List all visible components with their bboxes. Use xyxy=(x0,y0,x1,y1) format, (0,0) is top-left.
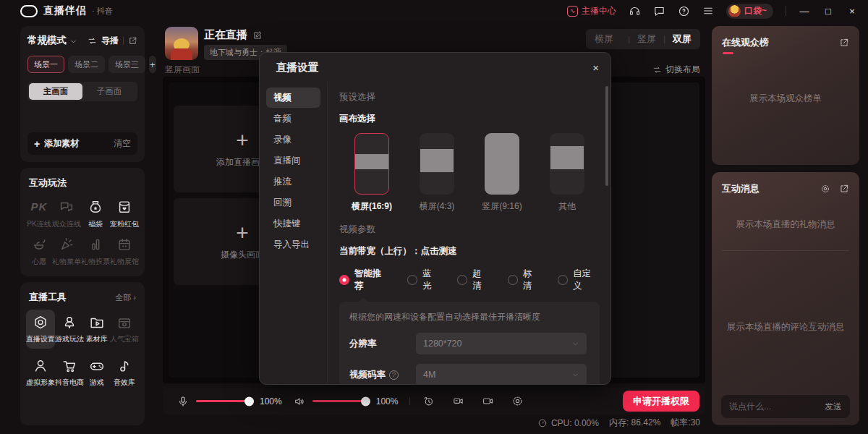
bitrate-dropdown[interactable]: 4M xyxy=(416,364,587,385)
tab-recording[interactable]: 录像 xyxy=(266,129,320,150)
canvas-option-4-3[interactable]: 横屏(4:3) xyxy=(404,133,469,213)
headset-icon[interactable] xyxy=(629,5,641,17)
camera-icon[interactable] xyxy=(482,395,494,407)
main-view-tab[interactable]: 主画面 xyxy=(29,83,82,100)
interact-item-gift-gallery[interactable]: 礼物展馆 xyxy=(110,237,139,267)
chat-bubble-icon[interactable] xyxy=(653,5,665,17)
interact-item-fan-redpacket[interactable]: 宠粉红包 xyxy=(110,199,139,229)
message-panel-title: 互动消息 xyxy=(722,182,760,195)
layout-switcher: 横屏 +| 竖屏 | 双屏 xyxy=(586,29,700,49)
menu-icon[interactable] xyxy=(702,5,714,17)
interact-item-audience-link[interactable]: 观众连线 xyxy=(52,199,81,229)
chat-input[interactable]: 说点什么... 发送 xyxy=(721,395,850,418)
add-material-row[interactable]: + 添加素材 清空 xyxy=(27,132,137,155)
interact-item-lucky-bag[interactable]: 福袋 xyxy=(81,199,110,229)
bottom-toolbar: 100% 100% 申请开播权限 xyxy=(163,388,705,414)
tab-import-export[interactable]: 导入导出 xyxy=(266,234,320,255)
tools-panel: 直播工具 全部 › 直播设置 游戏玩法 素材库 人气宝箱 虚拟形象 抖音电商 xyxy=(20,282,145,425)
mode-selector[interactable]: 常规模式 xyxy=(27,34,67,47)
tab-replay[interactable]: 回溯 xyxy=(266,192,320,213)
gear-icon[interactable] xyxy=(820,184,830,194)
tools-all-link[interactable]: 全部 › xyxy=(115,292,136,303)
tool-sound-library[interactable]: 音效库 xyxy=(110,353,139,392)
tool-game-play[interactable]: 游戏玩法 xyxy=(55,310,84,349)
mic-volume-slider[interactable] xyxy=(196,400,252,402)
canvas-option-other[interactable]: 其他 xyxy=(535,133,600,213)
layout-dual-tab[interactable]: 双屏 xyxy=(673,33,692,46)
gear-icon[interactable] xyxy=(511,395,524,407)
clear-button[interactable]: 清空 xyxy=(114,137,131,150)
tool-douyin-ecommerce[interactable]: 抖音电商 xyxy=(55,353,84,392)
switch-layout-button[interactable]: 切换布局 xyxy=(652,64,700,76)
tab-audio[interactable]: 音频 xyxy=(266,109,320,129)
tab-live-room[interactable]: 直播间 xyxy=(266,150,320,171)
tool-live-settings[interactable]: 直播设置 xyxy=(26,310,55,349)
bandwidth-test-link[interactable]: 点击测速 xyxy=(421,246,457,256)
status-bar: CPU: 0.00% 内存: 86.42% 帧率:30 xyxy=(537,417,700,429)
chevron-down-icon xyxy=(69,38,77,46)
quality-uhd[interactable]: 超清 xyxy=(457,268,490,292)
resolution-dropdown[interactable]: 1280*720 xyxy=(416,333,587,354)
red-envelope-icon xyxy=(116,199,132,215)
send-button[interactable]: 发送 xyxy=(825,401,842,413)
monitor-icon[interactable] xyxy=(452,395,464,407)
interact-item-gift-menu[interactable]: 礼物菜单 xyxy=(52,237,81,267)
window-close-button[interactable]: × xyxy=(846,6,858,17)
wish-lamp-icon xyxy=(31,237,47,252)
tool-popularity-box[interactable]: 人气宝箱 xyxy=(110,310,139,349)
microphone-icon[interactable] xyxy=(177,396,189,407)
canvas-section-label: 画布选择 xyxy=(339,113,600,125)
tab-hotkeys[interactable]: 快捷键 xyxy=(266,213,320,234)
anchor-center-button[interactable]: ∿ 主播中心 xyxy=(567,5,616,17)
vote-bars-icon xyxy=(88,237,103,252)
modal-scrollbar[interactable] xyxy=(605,86,608,186)
speaker-volume-slider[interactable] xyxy=(312,400,369,402)
replay-icon[interactable] xyxy=(422,395,435,407)
anchor-center-icon: ∿ xyxy=(567,6,578,17)
window-maximize-button[interactable]: □ xyxy=(822,6,834,17)
divider xyxy=(722,250,849,251)
tool-game[interactable]: 游戏 xyxy=(84,353,110,392)
popout-icon[interactable] xyxy=(128,36,137,46)
quality-options: 智能推荐 蓝光 超清 标清 自定义 xyxy=(339,268,600,292)
modal-close-icon[interactable]: × xyxy=(592,61,599,74)
help-icon[interactable] xyxy=(678,5,690,17)
cart-icon xyxy=(61,358,77,374)
quality-smart[interactable]: 智能推荐 xyxy=(339,268,390,292)
add-scene-button[interactable]: + xyxy=(149,56,156,73)
interact-item-wish[interactable]: 心愿 xyxy=(26,237,52,267)
interact-item-gift-vote[interactable]: 礼物投票 xyxy=(81,237,110,267)
quality-bluray[interactable]: 蓝光 xyxy=(407,268,440,292)
layout-landscape-tab[interactable]: 横屏 xyxy=(595,33,613,46)
quality-sd[interactable]: 标清 xyxy=(508,268,540,292)
popout-icon[interactable] xyxy=(839,184,849,194)
scene-tab-3[interactable]: 场景三 xyxy=(109,56,145,73)
popout-icon[interactable] xyxy=(839,38,849,48)
app-name: 直播伴侣 xyxy=(43,4,87,17)
tool-virtual-avatar[interactable]: 虚拟形象 xyxy=(26,353,55,392)
edit-icon[interactable] xyxy=(252,30,263,41)
speaker-icon[interactable] xyxy=(294,396,305,407)
scene-tab-2[interactable]: 场景二 xyxy=(68,56,105,73)
preset-section-label[interactable]: 预设选择 xyxy=(339,91,600,103)
apply-broadcast-button[interactable]: 申请开播权限 xyxy=(623,391,699,412)
interact-item-pk[interactable]: PK PK连线 xyxy=(26,199,52,229)
director-button[interactable]: 导播 xyxy=(101,35,119,47)
settings-hexagon-icon xyxy=(33,315,48,331)
quality-custom[interactable]: 自定义 xyxy=(558,268,600,292)
window-minimize-button[interactable]: — xyxy=(799,6,810,17)
lucky-bag-icon xyxy=(88,199,103,215)
user-account-button[interactable]: 口袋~ xyxy=(726,4,773,19)
tab-video[interactable]: 视频 xyxy=(266,88,320,108)
help-icon[interactable]: ? xyxy=(389,370,399,380)
tab-push-stream[interactable]: 推流 xyxy=(266,171,320,192)
cpu-stat: CPU: 0.00% xyxy=(551,418,599,428)
canvas-option-16-9[interactable]: 横屏(16:9) xyxy=(339,133,404,213)
sub-view-tab[interactable]: 子画面 xyxy=(82,83,136,100)
fps-stat: 帧率:30 xyxy=(671,417,700,429)
layout-portrait-tab[interactable]: 竖屏 xyxy=(637,33,656,46)
canvas-option-9-16[interactable]: 竖屏(9:16) xyxy=(469,133,535,213)
speed-test-icon[interactable] xyxy=(537,418,548,428)
tool-material-library[interactable]: 素材库 xyxy=(84,310,110,349)
scene-tab-1[interactable]: 场景一 xyxy=(27,56,64,73)
